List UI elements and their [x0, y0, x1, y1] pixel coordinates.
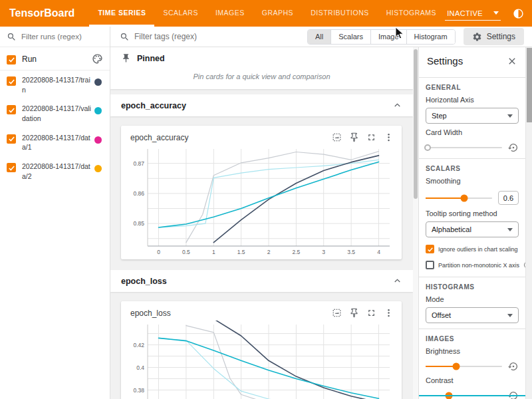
open-settings-button[interactable]: Settings: [464, 28, 524, 45]
fullscreen-icon[interactable]: [366, 308, 376, 318]
settings-title: Settings: [427, 55, 463, 66]
filter-scalars-button[interactable]: Scalars: [331, 30, 370, 44]
pin-icon[interactable]: [349, 132, 359, 142]
tab-histograms[interactable]: HISTOGRAMS: [378, 0, 445, 27]
settings-panel: Settings GENERAL Horizontal Axis Step Ca…: [418, 47, 525, 399]
refresh-button[interactable]: [529, 4, 532, 23]
brightness-slider[interactable]: [426, 366, 502, 367]
epoch-accuracy-chart[interactable]: 00.511.522.533.540.850.860.87: [125, 145, 398, 258]
run-row-data-1[interactable]: 20220808-141317/data/1: [0, 128, 110, 157]
slider-thumb[interactable]: [453, 363, 460, 370]
run-label: 20220808-141317/train: [22, 75, 94, 94]
slider-thumb[interactable]: [424, 144, 431, 151]
histogram-mode-select[interactable]: Offset: [426, 307, 519, 323]
horizontal-axis-select[interactable]: Step: [426, 108, 519, 124]
settings-scrollbar[interactable]: [525, 47, 532, 399]
chevron-up-icon[interactable]: [392, 276, 402, 286]
card-width-reset-button[interactable]: [508, 142, 519, 153]
ignore-outliers-label: Ignore outliers in chart scaling: [438, 246, 518, 253]
card-width-row: [426, 142, 519, 153]
slider-thumb[interactable]: [461, 194, 468, 201]
run-select-all-checkbox[interactable]: [7, 55, 16, 65]
divider: [419, 277, 525, 277]
brightness-reset-button[interactable]: [508, 361, 519, 372]
tooltip-sorting-select[interactable]: Alphabetical: [426, 221, 519, 237]
group-header-epoch-loss[interactable]: epoch_loss: [110, 270, 413, 292]
tooltip-sorting-value: Alphabetical: [432, 225, 471, 233]
main-nav: TIME SERIES SCALARS IMAGES GRAPHS DISTRI…: [89, 0, 445, 27]
filter-tags-row: [120, 32, 234, 42]
svg-text:2: 2: [267, 249, 271, 255]
brightness-row: [426, 361, 519, 372]
filter-runs-input[interactable]: [21, 33, 94, 41]
partition-x-axis-label: Partition non-monotonic X axis: [438, 262, 519, 269]
run-checkbox[interactable]: [7, 134, 16, 144]
fit-chart-icon[interactable]: [332, 308, 342, 318]
card-title: epoch_loss: [130, 309, 332, 318]
theme-toggle-button[interactable]: [509, 4, 527, 23]
tab-images[interactable]: IMAGES: [207, 0, 253, 27]
check-icon: [8, 135, 15, 142]
filter-runs-row: [0, 27, 110, 47]
run-color-dot[interactable]: [94, 136, 102, 144]
more-options-icon[interactable]: [384, 308, 394, 318]
scrollbar-thumb[interactable]: [414, 49, 418, 199]
palette-icon: [92, 53, 103, 65]
runs-header-row: Run: [0, 47, 110, 70]
run-color-dot[interactable]: [94, 107, 102, 114]
run-color-dot[interactable]: [94, 78, 102, 86]
general-heading: GENERAL: [426, 84, 519, 91]
fit-chart-icon[interactable]: [332, 132, 342, 142]
svg-text:3.5: 3.5: [347, 249, 355, 255]
chevron-up-icon[interactable]: [392, 100, 402, 110]
scrollbar-thumb[interactable]: [527, 48, 532, 122]
tab-distributions[interactable]: DISTRIBUTIONS: [302, 0, 378, 27]
tab-scalars[interactable]: SCALARS: [154, 0, 207, 27]
card-width-slider[interactable]: [426, 147, 502, 148]
tab-graphs[interactable]: GRAPHS: [253, 0, 302, 27]
run-color-dot[interactable]: [94, 165, 102, 172]
smoothing-slider[interactable]: [426, 198, 492, 199]
run-row-train[interactable]: 20220808-141317/train: [0, 70, 110, 99]
run-row-validation[interactable]: 20220808-141317/validation: [0, 99, 110, 128]
horizontal-axis-label: Horizontal Axis: [426, 96, 519, 104]
filter-tags-input[interactable]: [134, 32, 234, 41]
run-color-palette-button[interactable]: [92, 53, 103, 65]
filter-all-button[interactable]: All: [308, 30, 331, 44]
run-checkbox[interactable]: [7, 105, 16, 114]
group-header-epoch-accuracy[interactable]: epoch_accuracy: [110, 94, 413, 116]
tab-time-series[interactable]: TIME SERIES: [89, 0, 154, 27]
svg-text:0.38: 0.38: [133, 387, 144, 394]
header-actions: INACTIVE: [445, 4, 532, 23]
main-scrollbar[interactable]: [413, 47, 418, 399]
svg-text:3: 3: [322, 249, 325, 255]
runs-header-label: Run: [22, 55, 92, 64]
filter-image-button[interactable]: Image: [370, 30, 406, 44]
reset-icon: [508, 361, 519, 372]
svg-text:0.5: 0.5: [182, 249, 190, 255]
ignore-outliers-checkbox[interactable]: [426, 245, 434, 253]
run-row-data-2[interactable]: 20220808-141317/data/2: [0, 157, 110, 186]
svg-text:1.5: 1.5: [237, 249, 245, 255]
fullscreen-icon[interactable]: [366, 132, 376, 142]
check-icon: [8, 78, 15, 85]
pin-icon[interactable]: [349, 308, 359, 318]
search-icon: [7, 32, 17, 42]
settings-button-label: Settings: [487, 32, 515, 41]
ignore-outliers-row: Ignore outliers in chart scaling: [426, 245, 519, 253]
search-icon: [120, 32, 130, 42]
smoothing-value-input[interactable]: 0.6: [498, 191, 519, 205]
cards-area: Pinned Pin cards for a quick view and co…: [110, 47, 413, 399]
more-options-icon[interactable]: [384, 132, 394, 142]
contrast-label: Contrast: [426, 376, 519, 384]
run-checkbox[interactable]: [7, 76, 16, 86]
reload-status-select[interactable]: INACTIVE: [445, 7, 501, 21]
filter-histogram-button[interactable]: Histogram: [406, 30, 455, 44]
pinned-header: Pinned: [110, 47, 413, 68]
partition-x-axis-checkbox[interactable]: [426, 261, 434, 269]
epoch-loss-chart[interactable]: 00.511.522.533.540.360.380.40.42: [125, 321, 398, 399]
line-chart-svg: 00.511.522.533.540.850.860.87: [125, 145, 396, 258]
run-checkbox[interactable]: [7, 163, 16, 172]
close-settings-button[interactable]: [507, 56, 517, 66]
run-label: 20220808-141317/validation: [22, 104, 94, 123]
